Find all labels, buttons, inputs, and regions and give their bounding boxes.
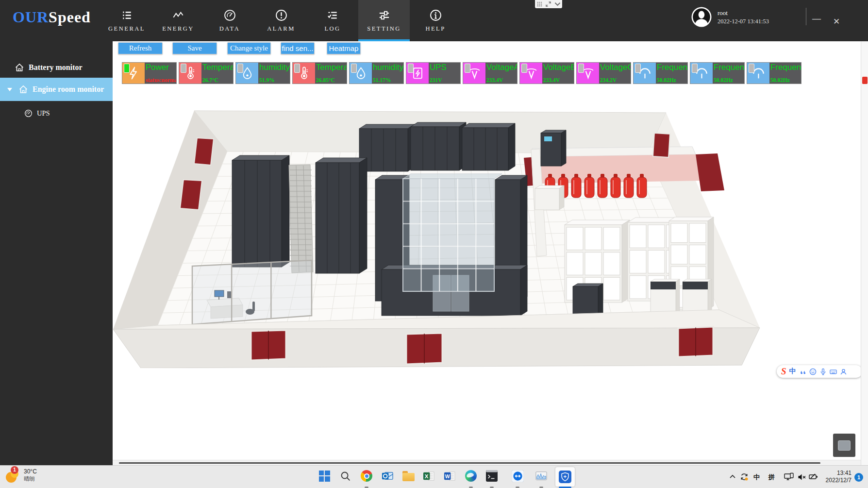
nav-item-help[interactable]: HELP bbox=[410, 0, 461, 41]
avatar[interactable] bbox=[691, 7, 712, 27]
status-indicator bbox=[578, 64, 584, 73]
taskbar-weather-widget[interactable]: 1 30°C 晴朗 bbox=[5, 467, 37, 484]
teamviewer-icon bbox=[512, 470, 524, 482]
user-box[interactable]: root 2022-12-07 13:41:53 bbox=[691, 7, 769, 27]
taskbar-app-word[interactable]: W bbox=[443, 470, 456, 482]
mic-icon[interactable] bbox=[819, 368, 827, 375]
nav-item-log[interactable]: LOG bbox=[307, 0, 358, 41]
svg-text:W: W bbox=[445, 473, 450, 479]
voltage-icon bbox=[520, 63, 542, 84]
minimize-button[interactable]: — bbox=[812, 4, 821, 33]
taskbar-app-explorer[interactable] bbox=[402, 470, 415, 482]
room-3d-view[interactable] bbox=[113, 106, 764, 368]
log-icon bbox=[326, 9, 339, 22]
nav-item-label: HELP bbox=[425, 25, 445, 33]
smiley-icon[interactable] bbox=[809, 368, 817, 375]
sidebar-item-engine-room-monitor[interactable]: Engine room monitor bbox=[0, 78, 113, 101]
sensor-widget-frequencyc[interactable]: FrequencyC50.02Hz bbox=[747, 62, 801, 84]
floating-mini-panel[interactable] bbox=[833, 434, 855, 457]
taskbar-app-chrome[interactable] bbox=[360, 470, 373, 482]
sensor-name: FrequencyB bbox=[714, 63, 744, 72]
sensor-text: VoltageA233.4V bbox=[485, 63, 517, 84]
scrollbar-alert-marker[interactable] bbox=[862, 77, 868, 84]
sensor-widget-frequencya[interactable]: FrequencyA50.02Hz bbox=[633, 62, 688, 84]
taskbar-app-monitor-app[interactable] bbox=[555, 467, 575, 487]
chevron-down-icon[interactable] bbox=[554, 2, 561, 6]
status-indicator bbox=[749, 64, 754, 73]
tray-volume-muted-icon[interactable] bbox=[798, 473, 806, 481]
taskbar-app-start[interactable] bbox=[318, 470, 331, 482]
windows-taskbar: 1 30°C 晴朗 XW 中 拼 13:41 2022/12/7 1 bbox=[0, 465, 868, 488]
sidebar-item-label: Engine room monitor bbox=[33, 85, 104, 94]
tray-clock[interactable]: 13:41 2022/12/7 bbox=[819, 470, 851, 484]
sensor-widget-temperature[interactable]: Temperature26.7°C bbox=[179, 62, 234, 84]
sidebar-item-battery-monitor[interactable]: Battery monitor bbox=[0, 57, 113, 78]
taskbar-app-teamviewer[interactable] bbox=[511, 470, 524, 482]
nav-item-label: GENERAL bbox=[108, 25, 145, 33]
sensor-widget-humidity[interactable]: humidity51.9% bbox=[235, 62, 290, 84]
sensor-text: humidity51.9% bbox=[258, 63, 290, 84]
sensor-value: 233.4V bbox=[486, 77, 517, 83]
sensor-text: Temperature26.7°C bbox=[201, 63, 233, 84]
monitor-app-icon bbox=[559, 471, 571, 483]
sogou-ime-bar[interactable]: S 中 bbox=[777, 365, 861, 378]
sensor-text: Powerstatus:normal bbox=[145, 63, 176, 84]
change-style-button[interactable]: Change style bbox=[227, 42, 271, 54]
nav-item-energy[interactable]: ENERGY bbox=[152, 0, 204, 41]
keyboard-icon[interactable] bbox=[830, 368, 837, 375]
sogou-logo[interactable]: S bbox=[781, 366, 786, 377]
sidebar: Battery monitor Engine room monitor UPS bbox=[0, 41, 113, 465]
horizontal-scrollbar-thumb[interactable] bbox=[119, 462, 820, 464]
notification-badge[interactable]: 1 bbox=[854, 473, 863, 482]
tray-chevron-up-icon[interactable] bbox=[729, 474, 736, 479]
nav-item-alarm[interactable]: ALARM bbox=[255, 0, 307, 41]
sensor-widget-voltageb[interactable]: VoltageB233.4V bbox=[519, 62, 574, 84]
nav-item-setting[interactable]: SETTING bbox=[358, 0, 410, 41]
heatmap-button[interactable]: Heatmap bbox=[327, 42, 361, 54]
sensor-value: 233.4V bbox=[543, 77, 574, 83]
tray-battery-icon[interactable] bbox=[809, 473, 818, 481]
taskbar-app-edge[interactable] bbox=[465, 470, 477, 482]
tray-ime-pinyin[interactable]: 拼 bbox=[768, 473, 775, 482]
mini-panel-icon bbox=[838, 440, 851, 451]
grid-icon[interactable] bbox=[537, 1, 542, 7]
sensor-widget-voltagec[interactable]: VoltageC234.2V bbox=[576, 62, 631, 84]
nav-item-general[interactable]: GENERAL bbox=[101, 0, 152, 41]
taskbar-app-search[interactable] bbox=[339, 470, 351, 482]
sidebar-item-label: UPS bbox=[37, 109, 50, 118]
sensor-widget-humidity2[interactable]: humidity251.17% bbox=[349, 62, 404, 84]
close-button[interactable]: ✕ bbox=[833, 7, 840, 36]
sidebar-item-ups[interactable]: UPS bbox=[0, 104, 113, 122]
sensor-widget-frequencyb[interactable]: FrequencyB50.02Hz bbox=[690, 62, 745, 84]
nav-item-data[interactable]: DATA bbox=[204, 0, 255, 41]
taskbar-app-outlook[interactable] bbox=[381, 470, 394, 482]
taskbar-app-taskmanager[interactable] bbox=[535, 470, 548, 482]
save-button[interactable]: Save bbox=[172, 42, 217, 54]
active-tab-underline bbox=[358, 39, 410, 41]
sensor-widget-temperature2[interactable]: Temperature226.85°C bbox=[292, 62, 347, 84]
home-icon bbox=[15, 63, 24, 72]
terminal-icon bbox=[486, 470, 498, 482]
sensor-name: FrequencyA bbox=[657, 63, 687, 72]
punctuation-icon[interactable] bbox=[799, 368, 806, 375]
sensor-widget-power[interactable]: Powerstatus:normal bbox=[122, 62, 177, 84]
taskbar-app-terminal[interactable] bbox=[485, 470, 498, 482]
tray-sync-icon[interactable] bbox=[740, 472, 749, 481]
refresh-button[interactable]: Refresh bbox=[118, 42, 163, 54]
tray-network-icon[interactable] bbox=[784, 472, 794, 482]
nav-item-label: SETTING bbox=[367, 25, 401, 33]
user-icon[interactable] bbox=[840, 368, 847, 375]
weather-text: 30°C 晴朗 bbox=[24, 468, 37, 483]
expand-icon[interactable] bbox=[546, 1, 551, 7]
taskbar-app-excel[interactable]: X bbox=[422, 470, 435, 482]
tray-ime-chinese[interactable]: 中 bbox=[753, 473, 760, 482]
sensor-widget-voltagea[interactable]: VoltageA233.4V bbox=[463, 62, 517, 84]
status-indicator bbox=[124, 64, 130, 73]
sensor-widget-ups[interactable]: UPS231V bbox=[406, 62, 461, 84]
excel-icon: X bbox=[423, 470, 435, 482]
gauge-icon bbox=[24, 109, 33, 118]
find-sensor-button[interactable]: find sen... bbox=[281, 42, 315, 54]
ime-language-indicator[interactable]: 中 bbox=[789, 367, 796, 376]
screen-capture-widget[interactable] bbox=[535, 0, 562, 8]
status-indicator bbox=[237, 64, 243, 73]
